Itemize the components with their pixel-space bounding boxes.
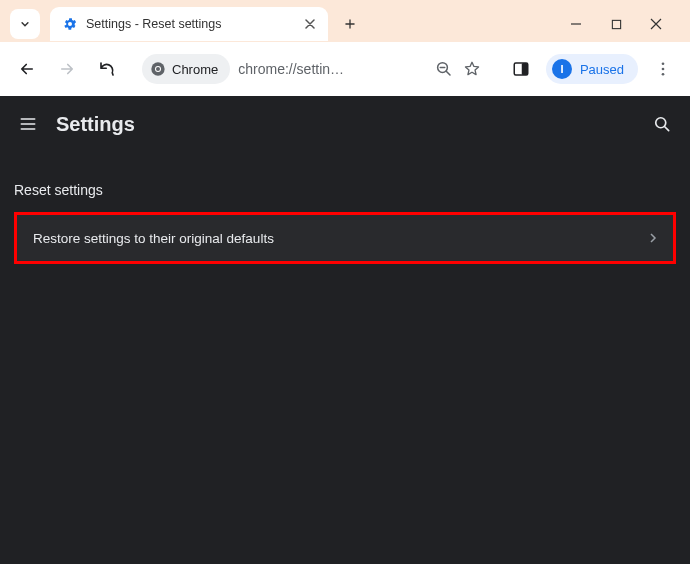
chevron-right-icon	[649, 233, 657, 243]
close-window-button[interactable]	[648, 16, 664, 32]
minimize-button[interactable]	[568, 16, 584, 32]
more-menu-button[interactable]	[646, 52, 680, 86]
minimize-icon	[570, 18, 582, 30]
site-chip-label: Chrome	[172, 62, 218, 77]
tab-title: Settings - Reset settings	[86, 17, 294, 31]
profile-status: Paused	[580, 62, 624, 77]
gear-icon	[62, 16, 78, 32]
svg-rect-6	[522, 63, 528, 75]
svg-point-9	[662, 73, 665, 76]
side-panel-button[interactable]	[504, 52, 538, 86]
profile-chip[interactable]: I Paused	[546, 54, 638, 84]
search-icon	[652, 114, 672, 134]
new-tab-button[interactable]	[336, 10, 364, 38]
toolbar: Chrome chrome://settin… I Paused	[0, 42, 690, 96]
forward-button[interactable]	[50, 52, 84, 86]
toolbar-right: I Paused	[504, 52, 680, 86]
titlebar: Settings - Reset settings	[0, 0, 690, 42]
arrow-left-icon	[18, 60, 36, 78]
search-settings-button[interactable]	[648, 110, 676, 138]
settings-header: Settings	[0, 96, 690, 152]
reset-section: Reset settings Restore settings to their…	[0, 152, 690, 264]
svg-point-8	[662, 68, 665, 71]
side-panel-icon	[512, 60, 530, 78]
reload-icon	[98, 60, 116, 78]
restore-defaults-label: Restore settings to their original defau…	[33, 231, 649, 246]
star-icon	[463, 60, 481, 78]
arrow-right-icon	[58, 60, 76, 78]
site-chip[interactable]: Chrome	[142, 54, 230, 84]
browser-tab[interactable]: Settings - Reset settings	[50, 7, 328, 41]
tab-search-button[interactable]	[10, 9, 40, 39]
page-title: Settings	[56, 113, 135, 136]
close-icon	[305, 19, 315, 29]
svg-point-3	[156, 67, 160, 71]
more-vertical-icon	[654, 60, 672, 78]
svg-rect-0	[612, 20, 620, 28]
plus-icon	[343, 17, 357, 31]
maximize-button[interactable]	[608, 16, 624, 32]
hamburger-icon	[18, 114, 38, 134]
settings-page: Settings Reset settings Restore settings…	[0, 96, 690, 564]
maximize-icon	[611, 19, 622, 30]
back-button[interactable]	[10, 52, 44, 86]
svg-point-7	[662, 62, 665, 65]
url-text: chrome://settin…	[238, 61, 430, 77]
tab-close-button[interactable]	[302, 16, 318, 32]
zoom-out-icon	[435, 60, 453, 78]
window-controls	[568, 16, 682, 32]
section-title: Reset settings	[14, 182, 676, 198]
bookmark-button[interactable]	[458, 55, 486, 83]
omnibox[interactable]: Chrome chrome://settin…	[138, 52, 492, 86]
chrome-logo-icon	[150, 61, 166, 77]
zoom-button[interactable]	[430, 55, 458, 83]
close-icon	[650, 18, 662, 30]
profile-avatar: I	[552, 59, 572, 79]
chevron-down-icon	[18, 17, 32, 31]
reload-button[interactable]	[90, 52, 124, 86]
restore-defaults-row[interactable]: Restore settings to their original defau…	[14, 212, 676, 264]
menu-button[interactable]	[14, 110, 42, 138]
